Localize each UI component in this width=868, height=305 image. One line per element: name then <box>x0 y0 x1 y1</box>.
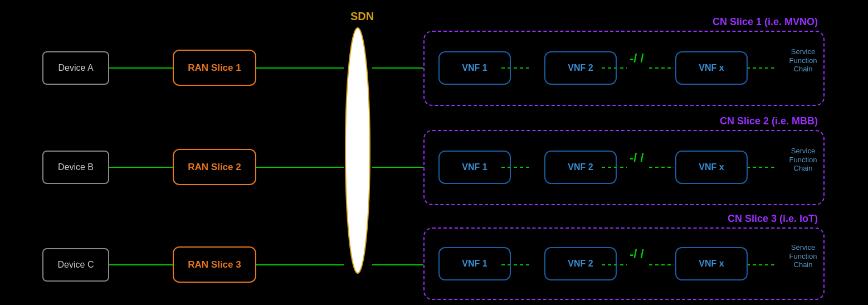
cn1-vnf2-box: VNF 2 <box>544 51 617 85</box>
cn-slice-1-container: CN Slice 1 (i.e. MVNO) VNF 1 VNF 2 -/ / … <box>423 31 825 106</box>
cn-slice-3-container: CN Slice 3 (i.e. IoT) VNF 1 VNF 2 -/ / V… <box>423 227 825 300</box>
cn1-vnfx-label: VNF x <box>699 63 724 73</box>
cn1-sfc-label: ServiceFunctionChain <box>785 47 821 74</box>
cn-slice-2-label: CN Slice 2 (i.e. MBB) <box>720 115 818 127</box>
cn3-vnf1-box: VNF 1 <box>438 247 511 280</box>
cn2-sfc-label: ServiceFunctionChain <box>785 147 821 173</box>
cn1-vnfx-box: VNF x <box>675 51 748 85</box>
ran-slice-2-label: RAN Slice 2 <box>188 162 241 173</box>
diagram: SDN Device A RAN Slice 1 CN Slice 1 (i.e… <box>0 0 868 305</box>
device-b-label: Device B <box>58 162 94 172</box>
cn-slice-2-container: CN Slice 2 (i.e. MBB) VNF 1 VNF 2 -/ / V… <box>423 130 825 205</box>
cn2-vnf2-label: VNF 2 <box>568 162 593 172</box>
ran-slice-2-box: RAN Slice 2 <box>173 149 256 185</box>
ran-slice-1-box: RAN Slice 1 <box>173 50 256 86</box>
cn3-vnfx-label: VNF x <box>699 259 724 269</box>
cn1-vnf1-label: VNF 1 <box>462 63 487 73</box>
cn1-slash-sep: -/ / <box>630 51 644 66</box>
cn3-vnfx-box: VNF x <box>675 247 748 280</box>
device-b-box: Device B <box>42 151 109 184</box>
ran-slice-3-box: RAN Slice 3 <box>173 246 256 283</box>
device-a-box: Device A <box>42 51 109 85</box>
cn3-vnf2-box: VNF 2 <box>544 247 617 280</box>
cn3-slash-sep: -/ / <box>630 247 644 262</box>
cn1-vnf2-label: VNF 2 <box>568 63 593 73</box>
cn-slice-1-label: CN Slice 1 (i.e. MVNO) <box>713 16 818 28</box>
cn3-vnf2-label: VNF 2 <box>568 259 593 269</box>
ran-slice-1-label: RAN Slice 1 <box>188 62 241 74</box>
svg-point-21 <box>345 28 370 273</box>
cn2-vnf1-label: VNF 1 <box>462 162 487 172</box>
sdn-ellipse <box>343 22 372 279</box>
cn2-vnf2-box: VNF 2 <box>544 151 617 184</box>
cn2-vnfx-label: VNF x <box>699 162 724 172</box>
device-c-box: Device C <box>42 248 109 282</box>
cn3-vnf1-label: VNF 1 <box>462 259 487 269</box>
device-a-label: Device A <box>58 63 93 73</box>
cn2-vnf1-box: VNF 1 <box>438 151 511 184</box>
cn-slice-3-label: CN Slice 3 (i.e. IoT) <box>728 213 818 225</box>
cn3-sfc-label: ServiceFunctionChain <box>785 243 821 269</box>
sdn-label: SDN <box>345 10 379 23</box>
cn2-slash-sep: -/ / <box>630 151 644 165</box>
ran-slice-3-label: RAN Slice 3 <box>188 259 241 270</box>
device-c-label: Device C <box>58 260 94 270</box>
cn1-vnf1-box: VNF 1 <box>438 51 511 85</box>
cn2-vnfx-box: VNF x <box>675 151 748 184</box>
